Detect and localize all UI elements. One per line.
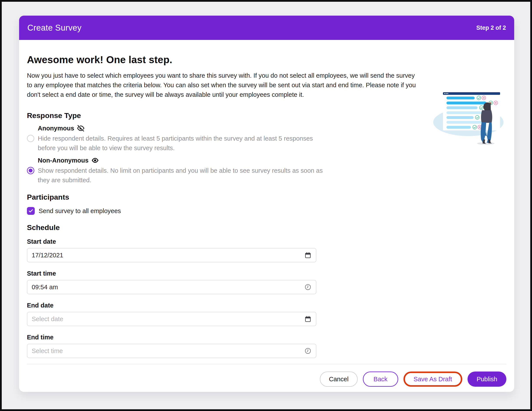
all-employees-row: Send survey to all employees xyxy=(27,207,506,215)
modal-title: Create Survey xyxy=(27,23,81,33)
modal-header: Create Survey Step 2 of 2 xyxy=(19,16,514,40)
page-title: Awesome work! One last step. xyxy=(27,54,506,65)
anonymous-description: Hide respondent details. Requires at lea… xyxy=(38,134,324,153)
option-label-non-anonymous: Non-Anonymous xyxy=(38,157,506,164)
end-date-input[interactable] xyxy=(32,316,302,323)
option-non-anonymous: Show respondent details. No limit on par… xyxy=(27,166,506,185)
eye-off-icon xyxy=(77,125,84,132)
radio-non-anonymous[interactable] xyxy=(27,167,34,174)
start-date-input[interactable] xyxy=(32,252,302,259)
page-description: Now you just have to select which employ… xyxy=(27,71,421,99)
start-date-field xyxy=(27,248,316,262)
start-time-field xyxy=(27,280,316,294)
create-survey-modal: Create Survey Step 2 of 2 xyxy=(19,16,514,392)
all-employees-label: Send survey to all employees xyxy=(39,207,121,215)
anonymous-label: Anonymous xyxy=(38,125,74,132)
modal-footer: Cancel Back Save As Draft Publish xyxy=(27,364,506,387)
start-time-label: Start time xyxy=(27,270,506,277)
illustration xyxy=(432,86,508,147)
section-schedule: Schedule xyxy=(27,223,506,232)
publish-button[interactable]: Publish xyxy=(467,372,506,387)
end-date-field xyxy=(27,312,316,326)
end-time-field xyxy=(27,344,316,358)
end-time-label: End time xyxy=(27,334,506,340)
back-button[interactable]: Back xyxy=(363,372,398,387)
calendar-icon[interactable] xyxy=(304,315,312,323)
non-anonymous-description: Show respondent details. No limit on par… xyxy=(38,166,324,185)
end-time-input[interactable] xyxy=(32,347,302,355)
clock-icon[interactable] xyxy=(304,283,312,291)
eye-icon xyxy=(92,157,99,164)
radio-anonymous[interactable] xyxy=(27,135,34,142)
end-date-label: End date xyxy=(27,302,506,308)
start-time-input[interactable] xyxy=(32,284,302,291)
clock-icon[interactable] xyxy=(304,347,312,355)
cancel-button[interactable]: Cancel xyxy=(320,372,358,387)
step-indicator: Step 2 of 2 xyxy=(476,25,506,31)
section-participants: Participants xyxy=(27,193,506,201)
checkbox-all-employees[interactable] xyxy=(27,207,35,215)
check-icon xyxy=(28,208,33,214)
calendar-icon[interactable] xyxy=(304,252,312,259)
non-anonymous-label: Non-Anonymous xyxy=(38,157,89,164)
modal-body: Awesome work! One last step. Now you jus… xyxy=(19,54,514,358)
start-date-label: Start date xyxy=(27,238,506,245)
page-background: Create Survey Step 2 of 2 xyxy=(2,2,530,409)
save-as-draft-button[interactable]: Save As Draft xyxy=(403,372,462,387)
